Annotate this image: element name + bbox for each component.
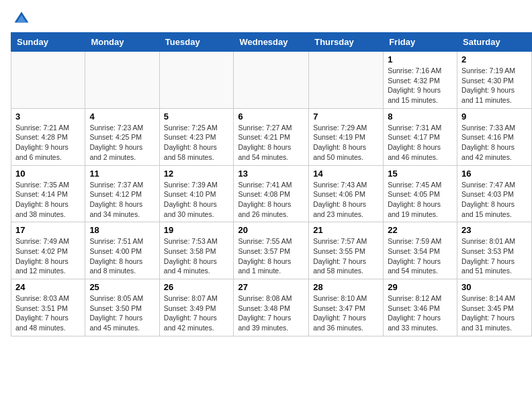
day-cell: 21Sunrise: 7:57 AM Sunset: 3:55 PM Dayli… bbox=[309, 222, 384, 279]
day-info: Sunrise: 7:39 AM Sunset: 4:10 PM Dayligh… bbox=[164, 180, 230, 220]
day-number: 14 bbox=[313, 169, 379, 179]
calendar-table: SundayMondayTuesdayWednesdayThursdayFrid… bbox=[11, 32, 532, 336]
day-number: 10 bbox=[15, 169, 81, 179]
day-header-friday: Friday bbox=[384, 33, 457, 52]
day-cell: 11Sunrise: 7:37 AM Sunset: 4:12 PM Dayli… bbox=[85, 165, 159, 222]
week-row-1: 1Sunrise: 7:16 AM Sunset: 4:32 PM Daylig… bbox=[11, 52, 532, 109]
day-number: 6 bbox=[238, 111, 304, 122]
day-info: Sunrise: 7:47 AM Sunset: 4:03 PM Dayligh… bbox=[461, 180, 527, 220]
day-info: Sunrise: 7:25 AM Sunset: 4:23 PM Dayligh… bbox=[164, 123, 230, 163]
day-cell bbox=[234, 52, 309, 109]
day-cell: 26Sunrise: 8:07 AM Sunset: 3:49 PM Dayli… bbox=[159, 279, 234, 336]
day-number: 7 bbox=[313, 111, 379, 122]
day-info: Sunrise: 8:08 AM Sunset: 3:48 PM Dayligh… bbox=[238, 293, 304, 333]
day-number: 26 bbox=[164, 282, 230, 292]
day-cell: 30Sunrise: 8:14 AM Sunset: 3:45 PM Dayli… bbox=[457, 279, 532, 336]
day-cell: 23Sunrise: 8:01 AM Sunset: 3:53 PM Dayli… bbox=[457, 222, 532, 279]
day-info: Sunrise: 8:10 AM Sunset: 3:47 PM Dayligh… bbox=[313, 293, 379, 333]
day-info: Sunrise: 7:29 AM Sunset: 4:19 PM Dayligh… bbox=[313, 123, 379, 163]
day-header-monday: Monday bbox=[85, 33, 159, 52]
day-cell: 7Sunrise: 7:29 AM Sunset: 4:19 PM Daylig… bbox=[309, 108, 384, 165]
day-cell: 19Sunrise: 7:53 AM Sunset: 3:58 PM Dayli… bbox=[159, 222, 234, 279]
day-info: Sunrise: 7:23 AM Sunset: 4:25 PM Dayligh… bbox=[89, 123, 154, 163]
logo-icon bbox=[13, 11, 30, 27]
day-number: 25 bbox=[89, 282, 154, 292]
day-number: 8 bbox=[388, 111, 453, 122]
day-number: 23 bbox=[461, 225, 527, 235]
day-number: 19 bbox=[164, 225, 230, 235]
day-cell: 9Sunrise: 7:33 AM Sunset: 4:16 PM Daylig… bbox=[457, 108, 532, 165]
page-header bbox=[0, 0, 532, 32]
day-info: Sunrise: 7:59 AM Sunset: 3:54 PM Dayligh… bbox=[388, 236, 453, 276]
day-header-wednesday: Wednesday bbox=[234, 33, 309, 52]
day-number: 11 bbox=[89, 169, 154, 179]
day-cell bbox=[309, 52, 384, 109]
day-info: Sunrise: 8:05 AM Sunset: 3:50 PM Dayligh… bbox=[89, 293, 154, 333]
day-cell bbox=[85, 52, 159, 109]
day-cell: 5Sunrise: 7:25 AM Sunset: 4:23 PM Daylig… bbox=[159, 108, 234, 165]
day-info: Sunrise: 7:27 AM Sunset: 4:21 PM Dayligh… bbox=[238, 123, 304, 163]
day-cell: 12Sunrise: 7:39 AM Sunset: 4:10 PM Dayli… bbox=[159, 165, 234, 222]
day-cell: 27Sunrise: 8:08 AM Sunset: 3:48 PM Dayli… bbox=[234, 279, 309, 336]
day-header-thursday: Thursday bbox=[309, 33, 384, 52]
day-cell: 24Sunrise: 8:03 AM Sunset: 3:51 PM Dayli… bbox=[11, 279, 85, 336]
day-cell: 29Sunrise: 8:12 AM Sunset: 3:46 PM Dayli… bbox=[384, 279, 457, 336]
day-info: Sunrise: 7:41 AM Sunset: 4:08 PM Dayligh… bbox=[238, 180, 304, 220]
week-row-5: 24Sunrise: 8:03 AM Sunset: 3:51 PM Dayli… bbox=[11, 279, 532, 336]
logo bbox=[13, 11, 32, 27]
day-info: Sunrise: 7:45 AM Sunset: 4:05 PM Dayligh… bbox=[388, 180, 453, 220]
day-cell: 20Sunrise: 7:55 AM Sunset: 3:57 PM Dayli… bbox=[234, 222, 309, 279]
day-cell: 6Sunrise: 7:27 AM Sunset: 4:21 PM Daylig… bbox=[234, 108, 309, 165]
day-info: Sunrise: 7:33 AM Sunset: 4:16 PM Dayligh… bbox=[461, 123, 527, 163]
day-number: 24 bbox=[15, 282, 81, 292]
day-info: Sunrise: 8:14 AM Sunset: 3:45 PM Dayligh… bbox=[461, 293, 527, 333]
day-info: Sunrise: 7:55 AM Sunset: 3:57 PM Dayligh… bbox=[238, 236, 304, 276]
day-number: 28 bbox=[313, 282, 379, 292]
day-cell: 1Sunrise: 7:16 AM Sunset: 4:32 PM Daylig… bbox=[384, 52, 457, 109]
day-cell: 4Sunrise: 7:23 AM Sunset: 4:25 PM Daylig… bbox=[85, 108, 159, 165]
day-cell bbox=[11, 52, 85, 109]
day-cell bbox=[159, 52, 234, 109]
day-info: Sunrise: 7:37 AM Sunset: 4:12 PM Dayligh… bbox=[89, 180, 154, 220]
day-cell: 14Sunrise: 7:43 AM Sunset: 4:06 PM Dayli… bbox=[309, 165, 384, 222]
day-number: 12 bbox=[164, 169, 230, 179]
day-number: 30 bbox=[461, 282, 527, 292]
calendar-wrapper: SundayMondayTuesdayWednesdayThursdayFrid… bbox=[0, 32, 532, 342]
day-cell: 16Sunrise: 7:47 AM Sunset: 4:03 PM Dayli… bbox=[457, 165, 532, 222]
day-info: Sunrise: 8:03 AM Sunset: 3:51 PM Dayligh… bbox=[15, 293, 81, 333]
day-cell: 18Sunrise: 7:51 AM Sunset: 4:00 PM Dayli… bbox=[85, 222, 159, 279]
day-info: Sunrise: 7:21 AM Sunset: 4:28 PM Dayligh… bbox=[15, 123, 81, 163]
day-info: Sunrise: 7:49 AM Sunset: 4:02 PM Dayligh… bbox=[15, 236, 81, 276]
day-cell: 8Sunrise: 7:31 AM Sunset: 4:17 PM Daylig… bbox=[384, 108, 457, 165]
day-cell: 13Sunrise: 7:41 AM Sunset: 4:08 PM Dayli… bbox=[234, 165, 309, 222]
day-number: 20 bbox=[238, 225, 304, 235]
calendar-header-row: SundayMondayTuesdayWednesdayThursdayFrid… bbox=[11, 33, 532, 52]
day-number: 15 bbox=[388, 169, 453, 179]
day-number: 22 bbox=[388, 225, 453, 235]
day-number: 21 bbox=[313, 225, 379, 235]
day-info: Sunrise: 8:01 AM Sunset: 3:53 PM Dayligh… bbox=[461, 236, 527, 276]
day-info: Sunrise: 8:07 AM Sunset: 3:49 PM Dayligh… bbox=[164, 293, 230, 333]
day-info: Sunrise: 7:53 AM Sunset: 3:58 PM Dayligh… bbox=[164, 236, 230, 276]
week-row-3: 10Sunrise: 7:35 AM Sunset: 4:14 PM Dayli… bbox=[11, 165, 532, 222]
day-info: Sunrise: 7:19 AM Sunset: 4:30 PM Dayligh… bbox=[461, 66, 527, 105]
day-number: 9 bbox=[461, 111, 527, 122]
day-cell: 22Sunrise: 7:59 AM Sunset: 3:54 PM Dayli… bbox=[384, 222, 457, 279]
day-header-tuesday: Tuesday bbox=[159, 33, 234, 52]
day-number: 3 bbox=[15, 111, 81, 122]
day-number: 27 bbox=[238, 282, 304, 292]
day-number: 5 bbox=[164, 111, 230, 122]
day-info: Sunrise: 7:43 AM Sunset: 4:06 PM Dayligh… bbox=[313, 180, 379, 220]
week-row-2: 3Sunrise: 7:21 AM Sunset: 4:28 PM Daylig… bbox=[11, 108, 532, 165]
day-cell: 2Sunrise: 7:19 AM Sunset: 4:30 PM Daylig… bbox=[457, 52, 532, 109]
day-number: 18 bbox=[89, 225, 154, 235]
day-info: Sunrise: 7:31 AM Sunset: 4:17 PM Dayligh… bbox=[388, 123, 453, 163]
day-info: Sunrise: 8:12 AM Sunset: 3:46 PM Dayligh… bbox=[388, 293, 453, 333]
day-cell: 10Sunrise: 7:35 AM Sunset: 4:14 PM Dayli… bbox=[11, 165, 85, 222]
day-number: 17 bbox=[15, 225, 81, 235]
day-number: 29 bbox=[388, 282, 453, 292]
day-number: 13 bbox=[238, 169, 304, 179]
day-info: Sunrise: 7:16 AM Sunset: 4:32 PM Dayligh… bbox=[388, 66, 453, 105]
week-row-4: 17Sunrise: 7:49 AM Sunset: 4:02 PM Dayli… bbox=[11, 222, 532, 279]
day-cell: 3Sunrise: 7:21 AM Sunset: 4:28 PM Daylig… bbox=[11, 108, 85, 165]
